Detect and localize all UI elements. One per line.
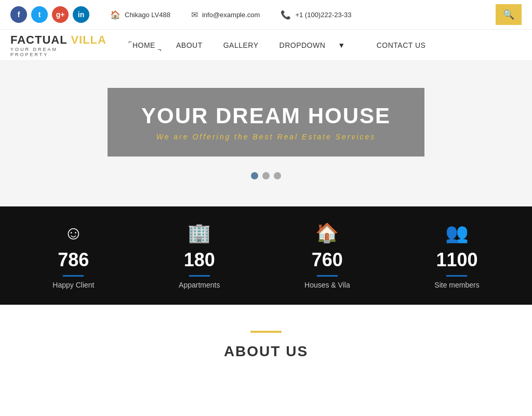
about-section: ABOUT US (0, 305, 532, 370)
stat-label-apartments: Appartments (179, 281, 220, 289)
phone-icon: 📞 (281, 10, 291, 20)
dropdown-arrow-icon: ▼ (327, 31, 355, 60)
social-icons: f t g+ in (10, 6, 89, 23)
location-info: 🏠 Chikago LV488 (110, 10, 170, 20)
members-icon: 👥 (445, 222, 469, 244)
stat-number-clients: 786 (58, 249, 89, 271)
apartments-icon: 🏢 (188, 222, 211, 244)
happy-client-icon: ☺ (64, 222, 83, 244)
stat-members: 👥 1100 Site members (434, 222, 479, 289)
nav-link-gallery[interactable]: GALLERY (213, 31, 269, 60)
twitter-icon[interactable]: t (31, 6, 48, 23)
hero-title: YOUR DREAM HOUSE (139, 103, 393, 128)
nav-item-about[interactable]: ABOUT (166, 31, 213, 60)
stats-section: ☺ 786 Happy Client 🏢 180 Appartments 🏠 7… (0, 206, 532, 305)
location-icon: 🏠 (110, 10, 121, 20)
stat-divider-2 (189, 275, 210, 277)
email-icon: ✉ (191, 10, 198, 20)
stat-divider-4 (446, 275, 467, 277)
about-title-line (250, 331, 282, 333)
hero-banner: YOUR DREAM HOUSE We are Offering the Bes… (108, 88, 424, 157)
stat-label-clients: Happy Client (52, 281, 94, 289)
brand-sub2: PROPERTY (10, 52, 107, 57)
carousel-dot-3[interactable] (274, 172, 281, 179)
stat-houses: 🏠 760 Houses & Vila (304, 222, 350, 289)
houses-icon: 🏠 (315, 222, 339, 244)
phone-text: +1 (100)222-23-33 (295, 11, 351, 19)
linkedin-icon[interactable]: in (73, 6, 89, 23)
stat-label-members: Site members (434, 281, 479, 289)
email-text: info@example.com (202, 11, 260, 19)
stat-happy-client: ☺ 786 Happy Client (52, 222, 94, 289)
nav-link-about[interactable]: ABOUT (166, 31, 213, 60)
stat-apartments: 🏢 180 Appartments (179, 222, 220, 289)
nav-link-contact[interactable]: CONTACT US (366, 31, 436, 60)
nav-item-home[interactable]: HOME (122, 31, 166, 60)
nav-item-contact[interactable]: CONTACT US (366, 31, 436, 60)
navbar: FACTUAL VILLA YOUR DREAM PROPERTY HOME A… (0, 30, 532, 61)
stat-divider-1 (63, 275, 84, 277)
stat-number-apartments: 180 (184, 249, 215, 271)
brand-name-villa: VILLA (71, 33, 107, 46)
top-info: 🏠 Chikago LV488 ✉ info@example.com 📞 +1 … (110, 10, 485, 20)
carousel-dot-2[interactable] (262, 172, 270, 179)
about-title: ABOUT US (224, 343, 308, 360)
hero-section: YOUR DREAM HOUSE We are Offering the Bes… (0, 61, 532, 206)
brand-name-factual: FACTUAL (10, 33, 67, 46)
stat-divider-3 (317, 275, 338, 277)
carousel-dots (251, 172, 281, 179)
brand-sub1: YOUR DREAM (10, 47, 107, 52)
stat-number-members: 1100 (436, 249, 477, 271)
email-info: ✉ info@example.com (191, 10, 260, 20)
search-icon: 🔍 (503, 9, 514, 20)
facebook-icon[interactable]: f (10, 6, 27, 23)
stat-label-houses: Houses & Vila (304, 281, 350, 289)
carousel-dot-1[interactable] (251, 172, 258, 179)
stat-number-houses: 760 (312, 249, 343, 271)
nav-item-gallery[interactable]: GALLERY (213, 31, 269, 60)
hero-subtitle: We are Offering the Best Real Estate Ser… (139, 133, 393, 141)
location-text: Chikago LV488 (125, 11, 170, 19)
phone-info: 📞 +1 (100)222-23-33 (281, 10, 351, 20)
google-icon[interactable]: g+ (52, 6, 69, 23)
brand-logo: FACTUAL VILLA YOUR DREAM PROPERTY (10, 33, 107, 57)
nav-link-home[interactable]: HOME (122, 31, 166, 60)
